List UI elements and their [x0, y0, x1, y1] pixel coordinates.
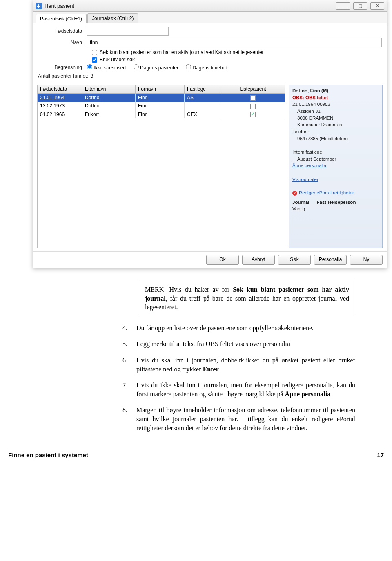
ok-button[interactable]: Ok [206, 255, 239, 265]
label-antall-funnet: Antall pasienter funnet: [38, 73, 91, 79]
label-navn: Navn [38, 40, 87, 45]
search-form: Fødselsdato Navn Søk kun blant pasienter… [33, 23, 387, 85]
sok-button[interactable]: Søk [278, 255, 311, 265]
table-row[interactable]: 13.02.1973DottnoFinn [38, 102, 285, 110]
radio-ikke-spesifisert[interactable] [87, 64, 92, 69]
cell-fornavn: Finn [136, 102, 185, 110]
chk-utvidet-sok[interactable] [92, 57, 97, 63]
col-etternavn[interactable]: Etternavn [82, 85, 136, 93]
link-eportal[interactable]: Rediger ePortal rettigheter [299, 190, 354, 195]
detail-intern-fastlege-label: Intern fastlege: [292, 149, 379, 156]
cell-etternavn: Dottno [82, 102, 136, 110]
cell-listepasient [221, 94, 285, 102]
cell-fodselsdato: 13.02.1973 [38, 102, 82, 110]
close-button[interactable]: ✕ [370, 2, 384, 10]
minimize-button[interactable]: — [336, 2, 350, 10]
maximize-button[interactable]: ▢ [353, 2, 367, 10]
step-5-num: 5. [122, 340, 136, 349]
listepasient-checkbox[interactable] [250, 112, 256, 117]
step-6-num: 6. [122, 356, 136, 373]
personalia-button[interactable]: Personalia [314, 255, 347, 265]
footer-title: Finne en pasient i systemet [8, 451, 88, 458]
avbryt-button[interactable]: Avbryt [242, 255, 275, 265]
radio-dagens-timebok[interactable] [186, 64, 191, 69]
step-4-text: Du får opp en liste over de pasientene s… [136, 324, 355, 333]
ny-button[interactable]: Ny [350, 255, 383, 265]
chk-aktiv-journal-label: Søk kun blant pasienter som har en aktiv… [100, 49, 264, 55]
detail-kommune: Kommune: Drammen [297, 121, 379, 128]
step-4-num: 4. [122, 324, 136, 333]
journal-value: Vanlig [292, 206, 379, 212]
cell-fastlege: CEX [185, 110, 221, 118]
link-eportal-row[interactable]: ×Rediger ePortal rettigheter [292, 190, 379, 197]
col-fastlege[interactable]: Fastlege [185, 85, 221, 93]
link-vis-journaler[interactable]: Vis journaler [292, 177, 318, 182]
col-fast-helseperson-header: Fast Helseperson [317, 199, 356, 206]
document-body: MERK! Hvis du haker av for Søk kun blant… [0, 281, 392, 432]
col-listepasient[interactable]: Listepasient [221, 85, 285, 93]
app-icon [36, 3, 42, 9]
cell-fodselsdato: 21.01.1964 [38, 94, 82, 102]
table-row[interactable]: 01.02.1966FrikortFinnCEX [38, 110, 285, 118]
cell-fornavn: Finn [136, 94, 185, 102]
chk-aktiv-journal[interactable] [92, 50, 97, 55]
label-fodselsdato: Fødselsdato [38, 28, 87, 34]
titlebar[interactable]: Hent pasient — ▢ ✕ [33, 0, 387, 12]
detail-name: Dottno, Finn (M) [292, 87, 379, 94]
cell-fodselsdato: 01.02.1966 [38, 110, 82, 118]
link-apne-personalia[interactable]: Åpne personalia [292, 163, 326, 168]
listepasient-checkbox[interactable] [250, 104, 256, 109]
result-table: Fødselsdato Etternavn Fornavn Fastlege L… [37, 85, 285, 248]
footer-page-number: 17 [377, 451, 384, 458]
cell-listepasient [221, 110, 285, 118]
antall-funnet-value: 3 [91, 73, 94, 79]
cell-fastlege: AS [185, 94, 221, 102]
fodselsdato-input[interactable] [87, 27, 169, 36]
merk-box: MERK! Hvis du haker av for Søk kun blant… [139, 281, 355, 316]
detail-obs: OBS: OBS feltet [292, 94, 379, 101]
cell-listepasient [221, 102, 285, 110]
chk-utvidet-sok-label: Bruk utvidet søk [100, 57, 135, 63]
cell-fastlege [185, 102, 221, 110]
tab-journalsok[interactable]: Journalsøk (Ctrl+2) [87, 13, 138, 23]
detail-telefon-value: 95477885 (Mobiltelefon) [292, 135, 379, 142]
detail-addr2: 3008 DRAMMEN [297, 115, 379, 122]
listepasient-checkbox[interactable] [250, 95, 256, 101]
button-bar: Ok Avbryt Søk Personalia Ny [33, 251, 387, 268]
step-7-num: 7. [122, 381, 136, 398]
step-list: 4. Du får opp en liste over de pasienten… [122, 324, 355, 432]
tab-pasientsok[interactable]: Pasientsøk (Ctrl+1) [36, 14, 87, 23]
detail-dob-id: 21.01.1964 00952 [292, 101, 379, 108]
close-red-icon: × [292, 191, 297, 196]
step-8-text: Margen til høyre inneholder informasjon … [136, 406, 355, 432]
radio-dagens-timebok-label: Dagens timebok [192, 65, 228, 71]
label-begrensning: Begrensning [38, 65, 87, 70]
cell-etternavn: Frikort [82, 110, 136, 118]
step-8-num: 8. [122, 406, 136, 432]
step-5-text: Legg merke til at tekst fra OBS feltet v… [136, 340, 355, 349]
radio-ikke-spesifisert-label: Ikke spesifisert [94, 65, 126, 71]
cell-fornavn: Finn [136, 110, 185, 118]
hent-pasient-dialog: Hent pasient — ▢ ✕ Pasientsøk (Ctrl+1) J… [33, 0, 387, 268]
page-footer: Finne en pasient i systemet 17 [8, 449, 384, 463]
navn-input[interactable] [87, 38, 382, 47]
detail-pane: Dottno, Finn (M) OBS: OBS feltet 21.01.1… [289, 85, 383, 248]
cell-etternavn: Dottno [82, 94, 136, 102]
detail-telefon-label: Telefon: [292, 128, 379, 135]
col-fornavn[interactable]: Fornavn [136, 85, 185, 93]
radio-dagens-pasienter[interactable] [134, 64, 139, 69]
merk-post: , får du treff på bare de som allerede h… [145, 295, 349, 311]
step-6-text: Hvis du skal inn i journalen, dobbeltkli… [136, 356, 355, 373]
col-journal-header: Journal [292, 199, 310, 206]
table-row[interactable]: 21.01.1964DottnoFinnAS [38, 94, 285, 102]
merk-pre: MERK! Hvis du haker av for [145, 286, 233, 293]
window-title: Hent pasient [45, 3, 336, 9]
detail-intern-fastlege-value: August September [292, 156, 379, 163]
step-7-text: Hvis du ikke skal inn i journalen, men f… [136, 381, 355, 398]
detail-addr1: Åssiden 31 [297, 108, 379, 115]
col-fodselsdato[interactable]: Fødselsdato [38, 85, 82, 93]
radio-dagens-pasienter-label: Dagens pasienter [140, 65, 178, 71]
tab-strip: Pasientsøk (Ctrl+1) Journalsøk (Ctrl+2) [33, 12, 387, 23]
